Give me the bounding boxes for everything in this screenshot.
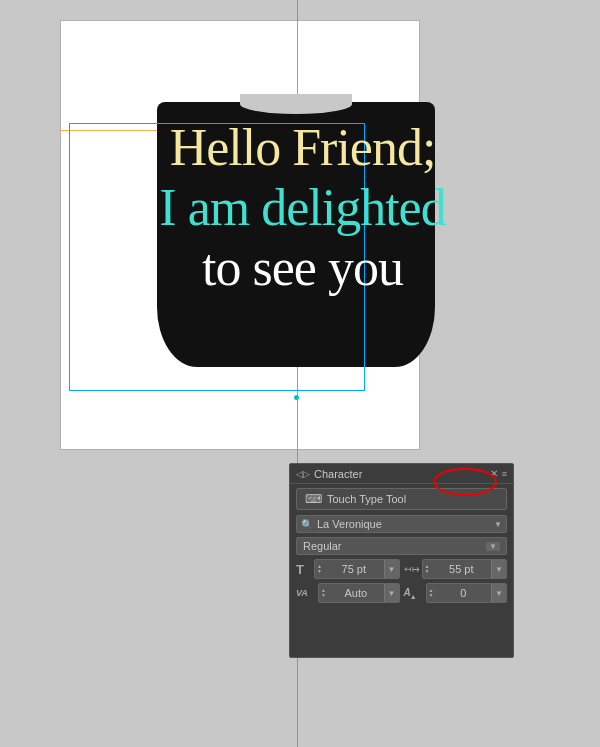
- size-unit-dropdown-icon[interactable]: ▼: [384, 560, 399, 578]
- text-line1[interactable]: Hello Friend;: [155, 118, 450, 178]
- baseline-spin-down-icon[interactable]: ▼: [429, 593, 434, 598]
- tracking-spinbox[interactable]: ▲ ▼ Auto ▼: [318, 583, 400, 603]
- size-spin-down-icon[interactable]: ▼: [317, 569, 322, 574]
- text-line3[interactable]: to see you: [155, 238, 450, 298]
- tracking-group: VA ▲ ▼ Auto ▼: [296, 583, 400, 603]
- touch-type-icon: ⌨: [305, 492, 322, 506]
- kerning-unit-dropdown-icon[interactable]: ▼: [491, 560, 506, 578]
- size-t-icon: T: [296, 562, 312, 577]
- font-style-dropdown[interactable]: Regular ▼: [296, 537, 507, 555]
- tracking-spin-arrows[interactable]: ▲ ▼: [319, 588, 328, 598]
- character-panel: ◁▷ Character ✕ ≡ ⌨ Touch Type Tool 🔍 ▼ R…: [289, 463, 514, 658]
- kerning-spinbox[interactable]: ▲ ▼ 55 pt ▼: [422, 559, 508, 579]
- font-search-row[interactable]: 🔍 ▼: [296, 515, 507, 533]
- tracking-value[interactable]: Auto: [328, 587, 384, 599]
- font-search-dropdown-arrow-icon[interactable]: ▼: [494, 520, 502, 529]
- kerning-group: ↤↦ ▲ ▼ 55 pt ▼: [404, 559, 508, 579]
- panel-title-right: ✕ ≡: [490, 469, 507, 479]
- size-kerning-row: T ▲ ▼ 75 pt ▼ ↤↦ ▲ ▼: [296, 559, 507, 579]
- search-icon: 🔍: [301, 519, 313, 530]
- panel-title-text: Character: [314, 468, 362, 480]
- collapse-arrows-icon[interactable]: ◁▷: [296, 469, 310, 479]
- tracking-baseline-row: VA ▲ ▼ Auto ▼ A▲ ▲ ▼: [296, 583, 507, 603]
- kerning-icon: ↤↦: [404, 564, 420, 574]
- panel-content: ⌨ Touch Type Tool 🔍 ▼ Regular ▼ T ▲ ▼: [290, 484, 513, 607]
- panel-menu-button[interactable]: ≡: [502, 469, 507, 479]
- baseline-unit-dropdown-icon[interactable]: ▼: [491, 584, 506, 602]
- baseline-group: A▲ ▲ ▼ 0 ▼: [404, 583, 508, 603]
- canvas-area: Hello Friend; I am delighted to see you: [0, 0, 600, 460]
- kerning-value[interactable]: 55 pt: [431, 563, 491, 575]
- size-spinbox[interactable]: ▲ ▼ 75 pt ▼: [314, 559, 400, 579]
- size-value[interactable]: 75 pt: [324, 563, 384, 575]
- size-group: T ▲ ▼ 75 pt ▼: [296, 559, 400, 579]
- font-search-input[interactable]: [317, 518, 490, 530]
- close-button[interactable]: ✕: [490, 469, 498, 479]
- tracking-spin-down-icon[interactable]: ▼: [321, 593, 326, 598]
- kerning-spin-arrows[interactable]: ▲ ▼: [423, 564, 432, 574]
- font-style-value: Regular: [303, 540, 486, 552]
- baseline-va-icon: A▲: [404, 587, 424, 600]
- font-style-arrow-icon[interactable]: ▼: [486, 542, 500, 551]
- tracking-va-icon: VA: [296, 588, 316, 598]
- size-spin-arrows[interactable]: ▲ ▼: [315, 564, 324, 574]
- panel-title-left: ◁▷ Character: [296, 468, 362, 480]
- tracking-unit-dropdown-icon[interactable]: ▼: [384, 584, 399, 602]
- panel-title-bar: ◁▷ Character ✕ ≡: [290, 464, 513, 484]
- baseline-spinbox[interactable]: ▲ ▼ 0 ▼: [426, 583, 508, 603]
- kerning-spin-down-icon[interactable]: ▼: [425, 569, 430, 574]
- canvas-text-block[interactable]: Hello Friend; I am delighted to see you: [155, 110, 450, 297]
- touch-type-label: Touch Type Tool: [327, 493, 406, 505]
- baseline-value[interactable]: 0: [435, 587, 491, 599]
- text-line2[interactable]: I am delighted: [155, 178, 450, 238]
- touch-type-tool-button[interactable]: ⌨ Touch Type Tool: [296, 488, 507, 510]
- baseline-spin-arrows[interactable]: ▲ ▼: [427, 588, 436, 598]
- center-point: [294, 395, 299, 400]
